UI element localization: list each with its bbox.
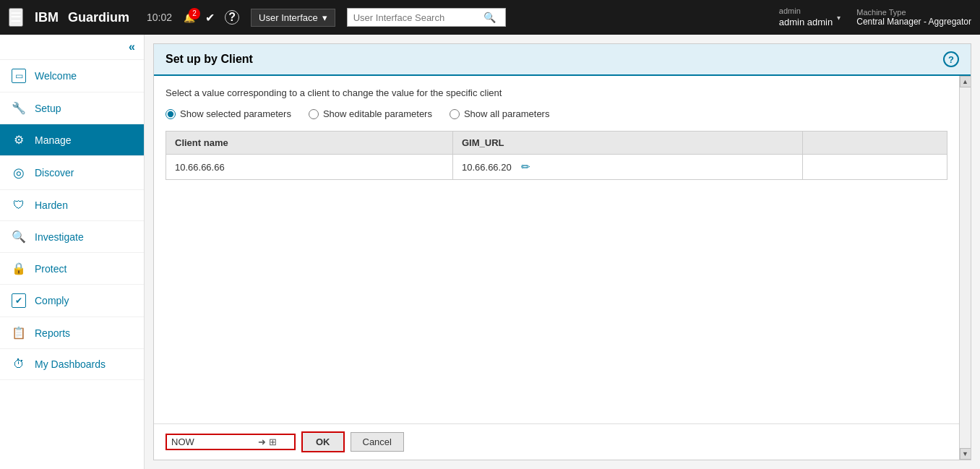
checklist-icon[interactable]: ✔ bbox=[205, 11, 215, 25]
panel-header: Set up by Client ? bbox=[154, 44, 971, 76]
machine-info: Machine Type Central Manager - Aggregato… bbox=[856, 8, 971, 27]
top-header: ☰ IBM Guardium 10:02 🔔 2 ✔ ? User Interf… bbox=[0, 0, 980, 35]
cell-gim-url: 10.66.66.20 ✏ bbox=[453, 155, 803, 180]
machine-type-label: Machine Type bbox=[856, 8, 971, 17]
sidebar-label-dashboards: My Dashboards bbox=[35, 358, 106, 370]
radio-show-all[interactable]: Show all parameters bbox=[450, 108, 550, 119]
main-content: Set up by Client ? Select a value corres… bbox=[145, 35, 980, 469]
sidebar-label-discover: Discover bbox=[35, 167, 74, 178]
calendar-icon[interactable]: ⊞ bbox=[269, 436, 277, 447]
panel-wrapper: Select a value corresponding to a client… bbox=[154, 76, 971, 460]
panel-description: Select a value corresponding to a client… bbox=[166, 87, 947, 98]
scroll-up-button[interactable]: ▲ bbox=[960, 76, 971, 87]
dashboards-icon: ⏱ bbox=[12, 358, 26, 371]
date-icons: ➜ ⊞ bbox=[258, 436, 277, 447]
sidebar-label-harden: Harden bbox=[35, 199, 68, 211]
ok-button[interactable]: OK bbox=[301, 431, 345, 452]
discover-icon: ◎ bbox=[12, 165, 26, 181]
radio-selected-input[interactable] bbox=[166, 109, 176, 119]
date-input-area: ➜ ⊞ bbox=[166, 434, 296, 450]
sidebar-label-investigate: Investigate bbox=[35, 231, 84, 243]
sidebar-collapse-area: « bbox=[0, 35, 144, 60]
edit-button[interactable]: ✏ bbox=[521, 160, 530, 173]
sidebar-item-reports[interactable]: 📋 Reports bbox=[0, 317, 144, 349]
comply-icon: ✔ bbox=[12, 293, 26, 308]
sidebar: « ▭ Welcome 🔧 Setup ⚙ Manage ◎ Discover … bbox=[0, 35, 145, 469]
panel-inner: Select a value corresponding to a client… bbox=[154, 76, 959, 460]
setup-icon: 🔧 bbox=[12, 101, 26, 115]
cell-empty bbox=[803, 155, 947, 180]
sidebar-item-discover[interactable]: ◎ Discover bbox=[0, 156, 144, 190]
sidebar-items: ▭ Welcome 🔧 Setup ⚙ Manage ◎ Discover 🛡 … bbox=[0, 60, 144, 469]
sidebar-label-welcome: Welcome bbox=[35, 70, 77, 82]
app-body: « ▭ Welcome 🔧 Setup ⚙ Manage ◎ Discover … bbox=[0, 35, 980, 469]
panel-title: Set up by Client bbox=[166, 53, 253, 66]
current-time: 10:02 bbox=[147, 12, 172, 23]
radio-selected-label: Show selected parameters bbox=[180, 108, 291, 119]
panel-body: Select a value corresponding to a client… bbox=[154, 76, 959, 423]
right-scrollbar: ▲ ▼ bbox=[959, 76, 971, 460]
sidebar-collapse-button[interactable]: « bbox=[129, 40, 135, 53]
table-row: 10.66.66.66 10.66.66.20 ✏ bbox=[166, 155, 947, 180]
sidebar-label-manage: Manage bbox=[35, 134, 72, 146]
radio-show-selected[interactable]: Show selected parameters bbox=[166, 108, 291, 119]
sidebar-label-protect: Protect bbox=[35, 263, 66, 275]
sidebar-item-protect[interactable]: 🔒 Protect bbox=[0, 253, 144, 285]
sidebar-label-comply: Comply bbox=[35, 295, 69, 306]
search-bar: 🔍 bbox=[347, 8, 506, 27]
user-dropdown-arrow[interactable]: ▾ bbox=[837, 14, 841, 22]
manage-icon: ⚙ bbox=[12, 133, 26, 147]
panel-help-icon[interactable]: ? bbox=[943, 51, 959, 67]
protect-icon: 🔒 bbox=[12, 262, 26, 275]
radio-show-editable[interactable]: Show editable parameters bbox=[309, 108, 432, 119]
sidebar-label-reports: Reports bbox=[35, 327, 70, 339]
sidebar-item-welcome[interactable]: ▭ Welcome bbox=[0, 60, 144, 92]
logo-ibm: IBM bbox=[35, 10, 59, 25]
date-input[interactable] bbox=[171, 436, 258, 447]
username-label: admin admin bbox=[779, 17, 833, 29]
radio-editable-label: Show editable parameters bbox=[323, 108, 432, 119]
sidebar-item-setup[interactable]: 🔧 Setup bbox=[0, 92, 144, 124]
col-actions bbox=[803, 132, 947, 155]
search-button[interactable]: 🔍 bbox=[483, 12, 496, 23]
notification-badge: 2 bbox=[189, 8, 200, 20]
client-table: Client name GIM_URL 10.66.66.66 10.66.66… bbox=[166, 131, 947, 180]
sidebar-label-setup: Setup bbox=[35, 103, 61, 114]
reports-icon: 📋 bbox=[12, 326, 26, 340]
sidebar-item-harden[interactable]: 🛡 Harden bbox=[0, 190, 144, 221]
user-section: admin admin admin ▾ Machine Type Central… bbox=[779, 6, 971, 28]
machine-name-label: Central Manager - Aggregator bbox=[856, 17, 971, 27]
investigate-icon: 🔍 bbox=[12, 230, 26, 244]
col-client-name: Client name bbox=[166, 132, 453, 155]
panel: Set up by Client ? Select a value corres… bbox=[153, 43, 971, 460]
hamburger-menu[interactable]: ☰ bbox=[9, 8, 23, 27]
scroll-down-button[interactable]: ▼ bbox=[960, 448, 971, 460]
header-icons: 🔔 2 ✔ ? bbox=[184, 10, 239, 25]
sidebar-item-manage[interactable]: ⚙ Manage bbox=[0, 124, 144, 156]
col-gim-url: GIM_URL bbox=[453, 132, 803, 155]
table-header-row: Client name GIM_URL bbox=[166, 132, 947, 155]
sidebar-item-investigate[interactable]: 🔍 Investigate bbox=[0, 221, 144, 253]
radio-editable-input[interactable] bbox=[309, 109, 319, 119]
interface-dropdown-arrow: ▾ bbox=[322, 12, 327, 23]
user-role-label: admin bbox=[779, 6, 833, 16]
search-input[interactable] bbox=[353, 12, 483, 23]
cell-client-name: 10.66.66.66 bbox=[166, 155, 453, 180]
gim-url-value: 10.66.66.20 bbox=[462, 162, 512, 173]
sidebar-item-comply[interactable]: ✔ Comply bbox=[0, 285, 144, 317]
user-info: admin admin admin bbox=[779, 6, 833, 28]
help-circle-icon[interactable]: ? bbox=[225, 10, 239, 25]
panel-footer: ➜ ⊞ OK Cancel bbox=[154, 423, 959, 460]
welcome-icon: ▭ bbox=[12, 69, 26, 83]
radio-all-label: Show all parameters bbox=[464, 108, 550, 119]
harden-icon: 🛡 bbox=[12, 199, 26, 212]
interface-dropdown-label: User Interface bbox=[259, 12, 318, 23]
arrow-icon[interactable]: ➜ bbox=[258, 436, 266, 447]
interface-dropdown[interactable]: User Interface ▾ bbox=[251, 9, 335, 27]
radio-group: Show selected parameters Show editable p… bbox=[166, 108, 947, 119]
cancel-button[interactable]: Cancel bbox=[351, 432, 404, 452]
logo-product: Guardium bbox=[68, 10, 129, 25]
notification-bell[interactable]: 🔔 2 bbox=[184, 12, 195, 23]
sidebar-item-dashboards[interactable]: ⏱ My Dashboards bbox=[0, 349, 144, 380]
radio-all-input[interactable] bbox=[450, 109, 460, 119]
